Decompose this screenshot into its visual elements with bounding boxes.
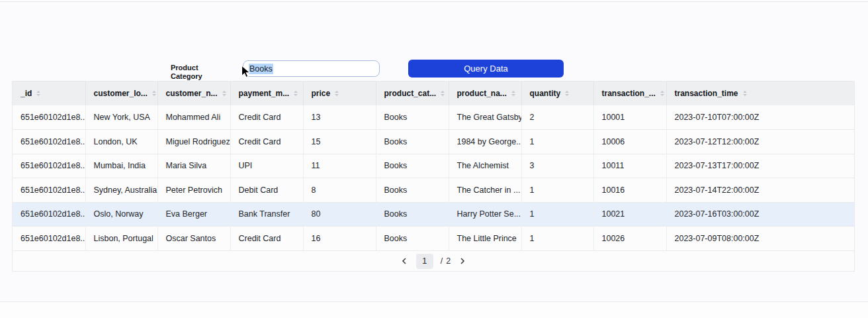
table-cell: Books: [376, 154, 449, 178]
column-header-transaction_time[interactable]: transaction_time: [666, 81, 854, 105]
results-panel: _id customer_lo... customer_n... payment…: [12, 81, 855, 272]
table-cell: Harry Potter Se...: [449, 202, 521, 227]
table-cell: 1: [521, 178, 593, 203]
table-cell: Credit Card: [230, 130, 303, 154]
table-cell: Mumbai, India: [85, 154, 157, 178]
table-cell: Credit Card: [230, 227, 303, 251]
table-cell: 16: [303, 227, 376, 251]
table-cell: 1: [521, 227, 593, 251]
table-cell: Eva Berger: [157, 202, 230, 227]
column-header-label: payment_m...: [239, 89, 290, 98]
top-divider: [0, 1, 868, 2]
column-header-customer_lo[interactable]: customer_lo...: [85, 81, 157, 105]
table-cell: 2023-07-09T08:00:00Z: [666, 227, 854, 251]
query-bar: Product Category Books Query Data: [0, 26, 868, 58]
table-cell: The Little Prince: [449, 227, 521, 251]
current-page-indicator[interactable]: 1: [416, 254, 433, 269]
table-cell: 80: [303, 202, 376, 227]
table-row[interactable]: 651e60102d1e8... Lisbon, Portugal Oscar …: [13, 227, 854, 251]
table-cell: 2023-07-16T03:00:00Z: [666, 202, 854, 227]
column-header-label: product_cat...: [384, 89, 437, 98]
sort-icon: [335, 91, 339, 96]
table-cell: 651e60102d1e8...: [13, 178, 85, 203]
table-cell: 15: [303, 130, 376, 154]
table-cell: The Great Gatsby: [449, 105, 521, 130]
sort-icon: [441, 91, 445, 96]
table-cell: Books: [376, 178, 449, 203]
input-selected-text: Books: [249, 64, 273, 74]
table-cell: Maria Silva: [157, 154, 230, 178]
sort-icon: [511, 91, 515, 96]
table-row[interactable]: 651e60102d1e8... New York, USA Mohammed …: [13, 105, 854, 130]
column-header-label: _id: [21, 89, 32, 98]
table-cell: 1: [521, 202, 593, 227]
column-header-label: price: [312, 89, 331, 98]
table-cell: 2023-07-13T17:00:00Z: [666, 154, 854, 178]
sort-icon: [565, 91, 569, 96]
table-cell: 2023-07-14T22:00:00Z: [666, 178, 854, 203]
column-header-customer_n[interactable]: customer_n...: [157, 81, 230, 105]
sort-icon: [743, 91, 747, 96]
app-page: { "query_bar": { "label": "Product Categ…: [0, 0, 868, 318]
table-cell: Books: [376, 105, 449, 130]
page-total: / 2: [441, 256, 451, 266]
sort-icon: [222, 91, 226, 96]
table-cell: Miguel Rodriguez: [157, 130, 230, 154]
table-cell: Debit Card: [230, 178, 303, 203]
table-cell: Oslo, Norway: [85, 202, 157, 227]
product-category-input[interactable]: Books: [243, 60, 380, 77]
column-header-label: product_na...: [457, 89, 507, 98]
column-header-product_cat[interactable]: product_cat...: [376, 81, 449, 105]
table-row[interactable]: 651e60102d1e8... Sydney, Australia Peter…: [13, 178, 854, 203]
column-header-transaction_[interactable]: transaction_...: [593, 81, 666, 105]
table-cell: Sydney, Australia: [85, 178, 157, 203]
sort-icon: [36, 91, 40, 96]
table-cell: 10026: [593, 227, 666, 251]
results-table: _id customer_lo... customer_n... payment…: [13, 81, 854, 251]
table-cell: 651e60102d1e8...: [13, 105, 85, 130]
column-header-price[interactable]: price: [303, 81, 376, 105]
table-cell: 10016: [593, 178, 666, 203]
column-header-label: transaction_time: [675, 89, 738, 98]
table-cell: 2023-07-10T07:00:00Z: [666, 105, 854, 130]
table-cell: 651e60102d1e8...: [13, 130, 85, 154]
column-header-label: customer_lo...: [94, 89, 148, 98]
product-category-label: Product Category: [171, 64, 224, 81]
table-cell: Lisbon, Portugal: [85, 227, 157, 251]
table-cell: London, UK: [85, 130, 157, 154]
table-cell: 2: [521, 105, 593, 130]
previous-page-button[interactable]: [400, 254, 409, 268]
table-cell: Peter Petrovich: [157, 178, 230, 203]
table-cell: The Catcher in ...: [449, 178, 521, 203]
column-header-_id[interactable]: _id: [13, 81, 85, 105]
column-header-payment_m[interactable]: payment_m...: [230, 81, 303, 105]
page-separator: /: [441, 256, 443, 266]
table-cell: 1984 by George...: [449, 130, 521, 154]
table-cell: Books: [376, 202, 449, 227]
column-header-label: quantity: [530, 89, 561, 98]
chevron-right-icon: [460, 258, 465, 264]
table-header-row: _id customer_lo... customer_n... payment…: [13, 81, 854, 105]
total-pages: 2: [446, 256, 451, 266]
table-row[interactable]: 651e60102d1e8... Oslo, Norway Eva Berger…: [13, 202, 854, 227]
next-page-button[interactable]: [458, 254, 467, 268]
table-row[interactable]: 651e60102d1e8... Mumbai, India Maria Sil…: [13, 154, 854, 178]
table-cell: 2023-07-12T12:00:00Z: [666, 130, 854, 154]
sort-icon: [294, 91, 298, 96]
table-cell: Oscar Santos: [157, 227, 230, 251]
table-cell: 8: [303, 178, 376, 203]
column-header-label: transaction_...: [602, 89, 656, 98]
table-cell: UPI: [230, 154, 303, 178]
query-data-button[interactable]: Query Data: [408, 60, 564, 78]
column-header-label: customer_n...: [166, 89, 218, 98]
table-cell: New York, USA: [85, 105, 157, 130]
table-cell: Mohammed Ali: [157, 105, 230, 130]
column-header-quantity[interactable]: quantity: [521, 81, 593, 105]
table-row[interactable]: 651e60102d1e8... London, UK Miguel Rodri…: [13, 130, 854, 154]
sort-icon: [152, 91, 156, 96]
table-cell: Books: [376, 130, 449, 154]
table-cell: 3: [521, 154, 593, 178]
table-cell: Bank Transfer: [230, 202, 303, 227]
column-header-product_na[interactable]: product_na...: [449, 81, 521, 105]
bottom-divider: [0, 301, 868, 318]
